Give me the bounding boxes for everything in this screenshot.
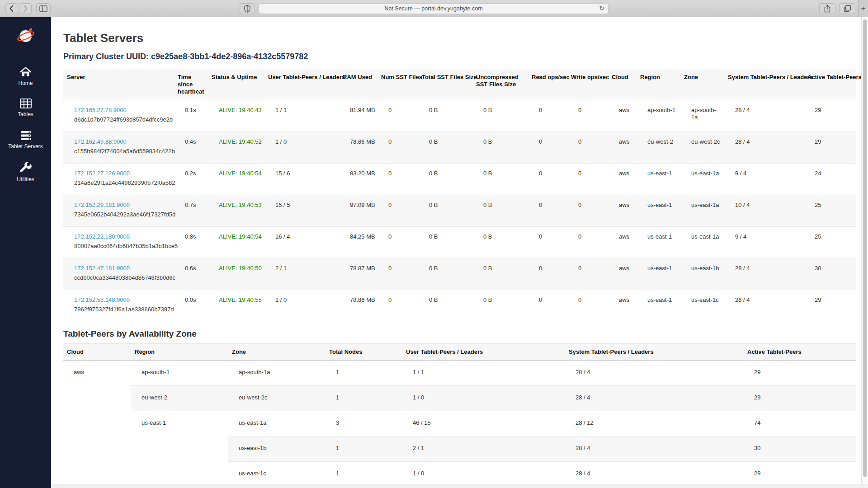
table-header-row: Server Time since heartbeat Status & Upt… xyxy=(63,69,856,100)
status-badge: ALIVE: 19:40:52 xyxy=(219,138,262,145)
read-ops-value: 0 xyxy=(528,164,567,195)
tablet-servers-table: Server Time since heartbeat Status & Upt… xyxy=(63,69,856,322)
user-tablet-peers-value: 1 / 0 xyxy=(402,385,565,411)
scrollbar-thumb[interactable] xyxy=(863,19,867,477)
total-nodes-value: 1 xyxy=(326,385,402,411)
region-value: us-east-1 xyxy=(637,258,680,290)
active-tablet-peers-value: 30 xyxy=(744,436,856,461)
server-link[interactable]: 172.152.58.148:9000 xyxy=(74,296,130,303)
sidebar-item-tablet-servers[interactable]: Tablet Servers xyxy=(0,128,51,160)
server-link[interactable]: 172.162.49.88:9000 xyxy=(74,138,127,145)
sidebar-item-label: Tablet Servers xyxy=(8,143,43,150)
sidebar-item-label: Home xyxy=(18,80,33,86)
col-num-sst-files: Num SST Files xyxy=(377,69,418,100)
server-link[interactable]: 172.152.29.181:9000 xyxy=(74,202,130,208)
zone-value: us-east-1a xyxy=(680,195,724,227)
zone-value: ap-south-1a xyxy=(680,100,724,132)
total-nodes-value: 3 xyxy=(326,411,402,436)
user-tablet-peers-value: 2 / 1 xyxy=(402,436,565,461)
heartbeat-value: 0.1s xyxy=(174,100,208,132)
plus-icon: + xyxy=(861,4,866,13)
forward-chevron-icon xyxy=(22,5,28,12)
active-tablet-peers-value: 29 xyxy=(744,360,856,385)
page-title: Tablet Servers xyxy=(63,17,856,45)
zone-value: ap-south-1a xyxy=(228,360,326,385)
utilities-wrench-icon xyxy=(20,162,32,174)
zone-value: eu-west-2c xyxy=(228,385,326,411)
active-tablet-peers-value: 29 xyxy=(804,132,856,164)
system-tablet-peers-value: 28 / 4 xyxy=(565,360,744,385)
reload-icon[interactable]: ↻ xyxy=(599,5,604,12)
region-value: us-east-1 xyxy=(637,164,680,195)
server-link[interactable]: 172.152.47.181:9000 xyxy=(74,265,130,272)
vertical-scrollbar[interactable] xyxy=(861,17,868,488)
sidebar-item-utilities[interactable]: Utilities xyxy=(0,160,51,192)
back-button[interactable] xyxy=(5,3,18,14)
heartbeat-value: 0.4s xyxy=(174,132,208,164)
write-ops-value: 0 xyxy=(567,258,608,290)
total-nodes-value: 1 xyxy=(326,436,402,461)
active-tablet-peers-value: 25 xyxy=(804,227,856,258)
sidebar-toggle-button[interactable] xyxy=(36,3,51,14)
ram-used-value: 83.20 MB xyxy=(339,164,377,195)
status-badge: ALIVE: 19:40:43 xyxy=(219,107,262,113)
table-row: 172.165.27.78:9000 d6dc1d7b97724ff693d85… xyxy=(63,100,856,132)
server-link[interactable]: 172.152.22.180:9000 xyxy=(74,233,130,240)
total-sst-size-value: 0 B xyxy=(418,290,472,322)
heartbeat-value: 0.8s xyxy=(174,227,208,258)
col-zone: Zone xyxy=(680,69,724,100)
az-table: Cloud Region Zone Total Nodes User Table… xyxy=(63,343,856,487)
status-badge: ALIVE: 19:40:55 xyxy=(219,296,262,303)
ram-used-value: 81.94 MB xyxy=(339,100,377,132)
yugabyte-logo-icon[interactable] xyxy=(15,25,36,46)
server-uuid: 214a6e29f1a24c449829390b72f0a582 xyxy=(74,179,172,187)
system-tablet-peers-value: 9 / 4 xyxy=(724,164,804,195)
sidebar-item-tables[interactable]: Tables xyxy=(0,96,51,128)
col-read-ops: Read ops/sec xyxy=(528,69,567,100)
write-ops-value: 0 xyxy=(567,195,608,227)
col-total-nodes: Total Nodes xyxy=(326,343,402,360)
system-tablet-peers-value: 28 / 4 xyxy=(724,290,804,322)
server-link[interactable]: 172.165.27.78:9000 xyxy=(74,107,127,113)
table-row: us-east-1 us-east-1a 3 46 / 15 28 / 12 7… xyxy=(63,411,856,436)
user-tablet-peers-value: 2 / 1 xyxy=(264,258,339,290)
tab-overview-button[interactable] xyxy=(839,3,855,14)
region-value: us-east-1 xyxy=(131,411,228,487)
share-button[interactable] xyxy=(819,3,835,14)
active-tablet-peers-value: 24 xyxy=(804,164,856,195)
privacy-report-button[interactable] xyxy=(240,3,255,14)
col-heartbeat: Time since heartbeat xyxy=(174,69,208,100)
active-tablet-peers-value: 25 xyxy=(804,195,856,227)
col-system-tablet-peers: System Tablet-Peers / Leaders xyxy=(724,69,804,100)
heartbeat-value: 0.7s xyxy=(174,195,208,227)
user-tablet-peers-value: 1 / 1 xyxy=(264,100,339,132)
address-bar[interactable]: Not Secure — portal.dev.yugabyte.com ↻ xyxy=(259,3,609,14)
col-active-tablet-peers: Active Tablet-Peers xyxy=(744,343,856,360)
horizontal-scrollbar-track[interactable] xyxy=(51,484,868,488)
system-tablet-peers-value: 28 / 4 xyxy=(724,258,804,290)
user-tablet-peers-value: 15 / 6 xyxy=(264,164,339,195)
region-value: us-east-1 xyxy=(637,195,680,227)
privacy-shield-icon xyxy=(244,5,250,13)
sidebar-item-home[interactable]: Home xyxy=(0,64,51,96)
server-link[interactable]: 172.152.27.126:9000 xyxy=(74,170,130,177)
ram-used-value: 78.86 MB xyxy=(339,132,377,164)
active-tablet-peers-value: 29 xyxy=(744,385,856,411)
user-tablet-peers-value: 1 / 1 xyxy=(402,360,565,385)
uncompressed-sst-size-value: 0 B xyxy=(472,164,528,195)
table-row: 172.152.47.181:9000 ccdb0c0ca33448038b4d… xyxy=(63,258,856,290)
user-tablet-peers-value: 46 / 15 xyxy=(402,411,565,436)
total-sst-size-value: 0 B xyxy=(418,132,472,164)
status-badge: ALIVE: 19:40:50 xyxy=(219,265,262,272)
zone-value: us-east-1b xyxy=(228,436,326,461)
back-chevron-icon xyxy=(9,5,15,12)
total-sst-size-value: 0 B xyxy=(418,258,472,290)
num-sst-files-value: 0 xyxy=(377,258,418,290)
status-badge: ALIVE: 19:40:53 xyxy=(219,202,262,208)
total-nodes-value: 1 xyxy=(326,360,402,385)
cloud-value: aws xyxy=(608,227,637,258)
forward-button[interactable] xyxy=(19,3,32,14)
new-tab-button[interactable]: + xyxy=(858,0,868,17)
active-tablet-peers-value: 74 xyxy=(744,411,856,436)
address-text: Not Secure — portal.dev.yugabyte.com xyxy=(384,5,482,12)
